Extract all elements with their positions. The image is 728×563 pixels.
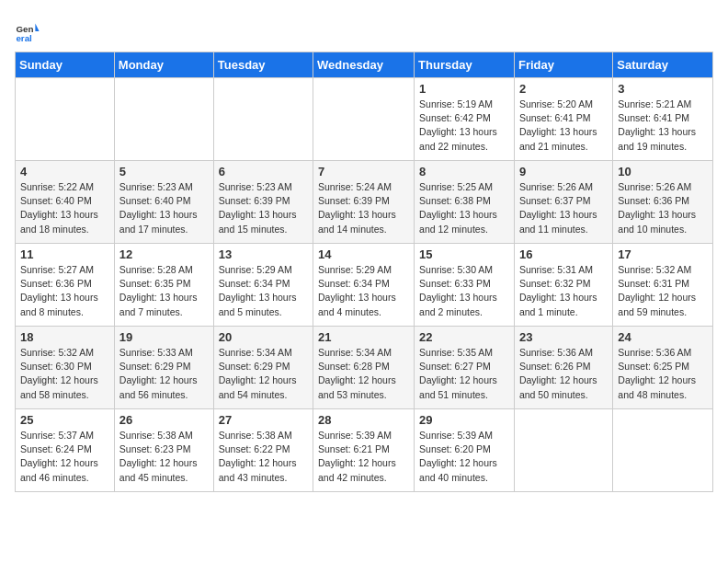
day-number: 1 — [419, 82, 509, 96]
day-cell — [613, 409, 713, 492]
day-cell: 21Sunrise: 5:34 AM Sunset: 6:28 PM Dayli… — [313, 327, 415, 409]
day-info: Sunrise: 5:39 AM Sunset: 6:21 PM Dayligh… — [318, 429, 409, 485]
day-cell: 8Sunrise: 5:25 AM Sunset: 6:38 PM Daylig… — [415, 161, 515, 244]
header-cell-wednesday: Wednesday — [313, 52, 415, 78]
day-number: 2 — [519, 82, 608, 96]
day-info: Sunrise: 5:27 AM Sunset: 6:36 PM Dayligh… — [20, 263, 109, 319]
day-info: Sunrise: 5:26 AM Sunset: 6:37 PM Dayligh… — [519, 180, 608, 236]
day-number: 17 — [618, 247, 708, 261]
day-info: Sunrise: 5:30 AM Sunset: 6:33 PM Dayligh… — [419, 263, 509, 319]
day-info: Sunrise: 5:26 AM Sunset: 6:36 PM Dayligh… — [618, 180, 708, 236]
day-info: Sunrise: 5:23 AM Sunset: 6:39 PM Dayligh… — [219, 180, 308, 236]
day-number: 24 — [618, 330, 708, 344]
day-info: Sunrise: 5:19 AM Sunset: 6:42 PM Dayligh… — [419, 98, 509, 154]
day-number: 12 — [119, 247, 209, 261]
day-cell: 17Sunrise: 5:32 AM Sunset: 6:31 PM Dayli… — [613, 244, 713, 327]
day-number: 20 — [219, 330, 308, 344]
day-number: 9 — [519, 165, 608, 178]
day-number: 29 — [419, 413, 509, 427]
day-number: 22 — [419, 330, 509, 344]
week-row: 1Sunrise: 5:19 AM Sunset: 6:42 PM Daylig… — [16, 78, 713, 161]
day-number: 8 — [419, 165, 509, 178]
day-cell — [213, 78, 313, 161]
day-info: Sunrise: 5:23 AM Sunset: 6:40 PM Dayligh… — [119, 180, 209, 236]
header-cell-tuesday: Tuesday — [213, 52, 313, 78]
day-number: 14 — [318, 247, 409, 261]
day-number: 11 — [20, 247, 109, 261]
day-info: Sunrise: 5:35 AM Sunset: 6:27 PM Dayligh… — [419, 346, 509, 402]
day-number: 6 — [219, 165, 308, 178]
day-cell: 4Sunrise: 5:22 AM Sunset: 6:40 PM Daylig… — [16, 161, 115, 244]
day-number: 19 — [119, 330, 209, 344]
day-info: Sunrise: 5:32 AM Sunset: 6:30 PM Dayligh… — [20, 346, 109, 402]
day-cell: 1Sunrise: 5:19 AM Sunset: 6:42 PM Daylig… — [415, 78, 515, 161]
week-row: 11Sunrise: 5:27 AM Sunset: 6:36 PM Dayli… — [16, 244, 713, 327]
day-info: Sunrise: 5:34 AM Sunset: 6:29 PM Dayligh… — [219, 346, 308, 402]
week-row: 18Sunrise: 5:32 AM Sunset: 6:30 PM Dayli… — [16, 327, 713, 409]
day-cell: 5Sunrise: 5:23 AM Sunset: 6:40 PM Daylig… — [114, 161, 213, 244]
day-number: 23 — [519, 330, 608, 344]
logo-icon: Gen eral — [15, 18, 40, 44]
day-cell: 6Sunrise: 5:23 AM Sunset: 6:39 PM Daylig… — [213, 161, 313, 244]
day-number: 27 — [219, 413, 308, 427]
header-cell-saturday: Saturday — [613, 52, 713, 78]
day-cell: 12Sunrise: 5:28 AM Sunset: 6:35 PM Dayli… — [114, 244, 213, 327]
day-info: Sunrise: 5:32 AM Sunset: 6:31 PM Dayligh… — [618, 263, 708, 319]
day-cell: 20Sunrise: 5:34 AM Sunset: 6:29 PM Dayli… — [213, 327, 313, 409]
day-cell: 28Sunrise: 5:39 AM Sunset: 6:21 PM Dayli… — [313, 409, 415, 492]
day-info: Sunrise: 5:29 AM Sunset: 6:34 PM Dayligh… — [219, 263, 308, 319]
day-cell: 19Sunrise: 5:33 AM Sunset: 6:29 PM Dayli… — [114, 327, 213, 409]
day-cell: 2Sunrise: 5:20 AM Sunset: 6:41 PM Daylig… — [514, 78, 612, 161]
day-cell: 22Sunrise: 5:35 AM Sunset: 6:27 PM Dayli… — [415, 327, 515, 409]
calendar-body: 1Sunrise: 5:19 AM Sunset: 6:42 PM Daylig… — [16, 78, 713, 492]
header-cell-friday: Friday — [514, 52, 612, 78]
day-number: 16 — [519, 247, 608, 261]
day-cell — [313, 78, 415, 161]
day-number: 28 — [318, 413, 409, 427]
day-cell — [114, 78, 213, 161]
day-number: 4 — [20, 165, 109, 178]
svg-text:eral: eral — [16, 33, 32, 43]
day-cell: 11Sunrise: 5:27 AM Sunset: 6:36 PM Dayli… — [16, 244, 115, 327]
day-cell: 9Sunrise: 5:26 AM Sunset: 6:37 PM Daylig… — [514, 161, 612, 244]
day-cell: 25Sunrise: 5:37 AM Sunset: 6:24 PM Dayli… — [16, 409, 115, 492]
day-cell — [514, 409, 612, 492]
day-number: 3 — [618, 82, 708, 96]
day-number: 10 — [618, 165, 708, 178]
calendar-table: SundayMondayTuesdayWednesdayThursdayFrid… — [15, 52, 713, 492]
day-info: Sunrise: 5:25 AM Sunset: 6:38 PM Dayligh… — [419, 180, 509, 236]
day-cell: 13Sunrise: 5:29 AM Sunset: 6:34 PM Dayli… — [213, 244, 313, 327]
day-number: 18 — [20, 330, 109, 344]
day-cell — [16, 78, 115, 161]
day-info: Sunrise: 5:20 AM Sunset: 6:41 PM Dayligh… — [519, 98, 608, 154]
day-cell: 27Sunrise: 5:38 AM Sunset: 6:22 PM Dayli… — [213, 409, 313, 492]
day-info: Sunrise: 5:38 AM Sunset: 6:23 PM Dayligh… — [119, 429, 209, 485]
day-info: Sunrise: 5:21 AM Sunset: 6:41 PM Dayligh… — [618, 98, 708, 154]
logo: Gen eral — [15, 18, 42, 44]
calendar-header: SundayMondayTuesdayWednesdayThursdayFrid… — [16, 52, 713, 78]
day-info: Sunrise: 5:31 AM Sunset: 6:32 PM Dayligh… — [519, 263, 608, 319]
day-info: Sunrise: 5:39 AM Sunset: 6:20 PM Dayligh… — [419, 429, 509, 485]
day-cell: 26Sunrise: 5:38 AM Sunset: 6:23 PM Dayli… — [114, 409, 213, 492]
day-info: Sunrise: 5:33 AM Sunset: 6:29 PM Dayligh… — [119, 346, 209, 402]
day-cell: 24Sunrise: 5:36 AM Sunset: 6:25 PM Dayli… — [613, 327, 713, 409]
header-cell-thursday: Thursday — [415, 52, 515, 78]
day-info: Sunrise: 5:22 AM Sunset: 6:40 PM Dayligh… — [20, 180, 109, 236]
day-number: 15 — [419, 247, 509, 261]
week-row: 25Sunrise: 5:37 AM Sunset: 6:24 PM Dayli… — [16, 409, 713, 492]
day-info: Sunrise: 5:24 AM Sunset: 6:39 PM Dayligh… — [318, 180, 409, 236]
day-info: Sunrise: 5:37 AM Sunset: 6:24 PM Dayligh… — [20, 429, 109, 485]
day-number: 13 — [219, 247, 308, 261]
day-info: Sunrise: 5:38 AM Sunset: 6:22 PM Dayligh… — [219, 429, 308, 485]
svg-marker-2 — [35, 24, 39, 31]
day-info: Sunrise: 5:36 AM Sunset: 6:25 PM Dayligh… — [618, 346, 708, 402]
day-number: 26 — [119, 413, 209, 427]
day-cell: 7Sunrise: 5:24 AM Sunset: 6:39 PM Daylig… — [313, 161, 415, 244]
day-cell: 14Sunrise: 5:29 AM Sunset: 6:34 PM Dayli… — [313, 244, 415, 327]
day-info: Sunrise: 5:34 AM Sunset: 6:28 PM Dayligh… — [318, 346, 409, 402]
header-cell-sunday: Sunday — [16, 52, 115, 78]
day-cell: 18Sunrise: 5:32 AM Sunset: 6:30 PM Dayli… — [16, 327, 115, 409]
day-cell: 3Sunrise: 5:21 AM Sunset: 6:41 PM Daylig… — [613, 78, 713, 161]
day-number: 7 — [318, 165, 409, 178]
day-cell: 29Sunrise: 5:39 AM Sunset: 6:20 PM Dayli… — [415, 409, 515, 492]
